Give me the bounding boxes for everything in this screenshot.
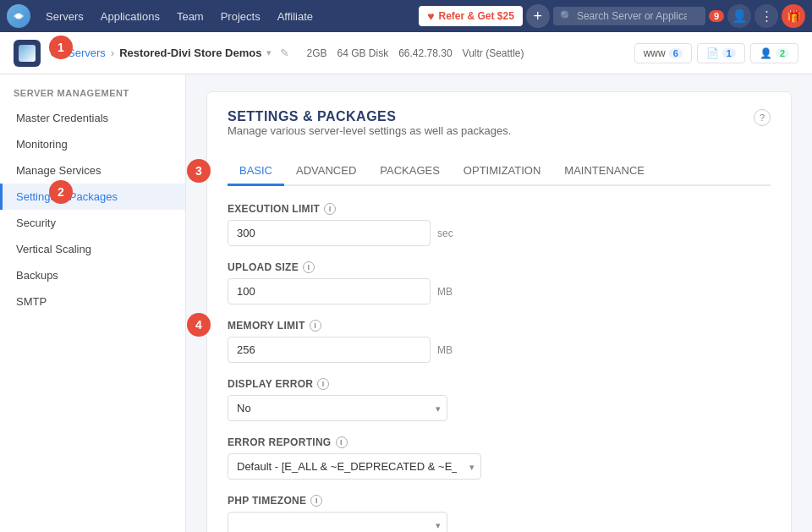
card-subtitle: Manage various server-level settings as …	[228, 124, 511, 137]
sidebar-section-title: Server Management	[0, 88, 185, 105]
memory-limit-label: MEMORY LIMIT i	[228, 320, 771, 332]
svg-point-0	[16, 14, 21, 19]
nav-projects[interactable]: Projects	[214, 10, 267, 23]
execution-limit-info-icon: i	[324, 203, 336, 215]
server-logo	[14, 40, 41, 67]
step-2-badge: 2	[49, 180, 73, 204]
php-timezone-row: PHP TIMEZONE i UTC America/New_York Amer…	[228, 495, 771, 532]
execution-limit-suffix: sec	[437, 228, 453, 239]
error-reporting-label: ERROR REPORTING i	[228, 436, 771, 448]
heart-icon: ♥	[427, 9, 434, 23]
step-4-badge: 4	[187, 313, 211, 337]
execution-limit-label: EXECUTION LIMIT i	[228, 203, 771, 215]
upload-size-suffix: MB	[437, 286, 453, 298]
memory-limit-info-icon: i	[310, 320, 321, 332]
user-avatar-button[interactable]: 👤	[727, 4, 751, 28]
notification-badge[interactable]: 9	[709, 10, 724, 22]
sidebar-item-manage-services[interactable]: Manage Services	[0, 157, 185, 184]
settings-tabs: BASIC ADVANCED PACKAGES OPTIMIZATION MAI…	[228, 157, 771, 186]
help-icon[interactable]: ?	[754, 109, 771, 126]
users-badge: 2	[776, 48, 789, 58]
sidebar-item-monitoring[interactable]: Monitoring	[0, 131, 185, 157]
app-logo[interactable]	[7, 4, 30, 28]
files-badge: 1	[722, 48, 736, 58]
www-badge: 6	[669, 48, 683, 58]
server-bar: Servers › Restored-Divi Store Demos ▾ ✎ …	[0, 32, 812, 74]
card-title: SETTINGS & PACKAGES	[228, 109, 511, 124]
content-area: SETTINGS & PACKAGES Manage various serve…	[186, 74, 812, 532]
search-box: 🔍	[553, 7, 705, 25]
refer-label: Refer & Get $25	[439, 10, 514, 22]
server-tab-files[interactable]: 📄 1	[697, 43, 745, 63]
display-error-select[interactable]: No Yes	[228, 395, 447, 421]
php-timezone-select-wrapper: UTC America/New_York America/Los_Angeles…	[228, 512, 447, 532]
upload-size-info-icon: i	[303, 261, 315, 273]
display-error-row: DISPLAY ERROR i No Yes ▾	[228, 378, 771, 421]
server-tab-users[interactable]: 👤 2	[750, 43, 798, 63]
sidebar-item-smtp[interactable]: SMTP	[0, 288, 185, 315]
error-reporting-select[interactable]: Default - [E_ALL & ~E_DEPRECATED & ~E_ST…	[228, 453, 481, 480]
upload-size-label: UPLOAD SIZE i	[228, 261, 771, 273]
server-ip: 66.42.78.30	[398, 47, 452, 59]
server-dropdown-arrow[interactable]: ▾	[266, 47, 272, 58]
memory-limit-suffix: MB	[437, 344, 453, 356]
php-timezone-info-icon: i	[310, 495, 322, 507]
error-reporting-select-wrapper: Default - [E_ALL & ~E_DEPRECATED & ~E_ST…	[228, 453, 481, 480]
nav-applications[interactable]: Applications	[94, 10, 167, 23]
sidebar-item-backups[interactable]: Backups	[0, 262, 185, 288]
display-error-info-icon: i	[317, 378, 329, 390]
server-disk: 64 GB Disk	[337, 47, 388, 59]
tab-optimization[interactable]: OPTIMIZATION	[452, 157, 552, 186]
nav-servers[interactable]: Servers	[39, 10, 91, 23]
settings-card: SETTINGS & PACKAGES Manage various serve…	[206, 91, 792, 532]
tab-maintenance[interactable]: MAINTENANCE	[552, 157, 656, 186]
nav-affiliate[interactable]: Affiliate	[271, 10, 320, 23]
sidebar-item-settings-packages[interactable]: Settings & Packages	[0, 184, 185, 210]
upload-size-input-group: MB	[228, 278, 771, 304]
refer-button[interactable]: ♥ Refer & Get $25	[419, 6, 523, 26]
execution-limit-row: EXECUTION LIMIT i sec	[228, 203, 771, 246]
step-1-badge: 1	[49, 36, 73, 59]
files-icon: 📄	[706, 47, 719, 59]
php-timezone-label: PHP TIMEZONE i	[228, 495, 771, 507]
sidebar-item-master-credentials[interactable]: Master Credentials	[0, 105, 185, 131]
main-layout: Server Management Master Credentials Mon…	[0, 74, 812, 532]
breadcrumb-servers[interactable]: Servers	[68, 47, 106, 59]
upload-size-input[interactable]	[228, 278, 431, 304]
users-icon: 👤	[760, 47, 772, 59]
more-options-button[interactable]: ⋮	[754, 4, 778, 28]
gift-button[interactable]: 🎁	[782, 4, 805, 28]
sidebar-item-security[interactable]: Security	[0, 210, 185, 236]
nav-team[interactable]: Team	[170, 10, 211, 23]
tab-advanced[interactable]: ADVANCED	[284, 157, 368, 186]
upload-size-row: UPLOAD SIZE i MB	[228, 261, 771, 304]
error-reporting-row: ERROR REPORTING i Default - [E_ALL & ~E_…	[228, 436, 771, 480]
search-input[interactable]	[577, 10, 687, 22]
display-error-select-wrapper: No Yes ▾	[228, 395, 447, 421]
server-tab-www[interactable]: www 6	[634, 43, 692, 63]
top-nav: Servers Applications Team Projects Affil…	[0, 0, 812, 32]
server-quick-tabs: www 6 📄 1 👤 2	[634, 43, 798, 63]
breadcrumb: Servers › Restored-Divi Store Demos ▾ ✎	[68, 47, 289, 59]
memory-limit-input-group: MB	[228, 337, 771, 363]
card-header: SETTINGS & PACKAGES Manage various serve…	[228, 109, 771, 151]
tab-packages[interactable]: PACKAGES	[368, 157, 452, 186]
step-3-badge: 3	[187, 159, 211, 183]
search-icon: 🔍	[560, 10, 573, 22]
breadcrumb-separator: ›	[111, 47, 114, 59]
server-edit-icon[interactable]: ✎	[280, 47, 289, 59]
display-error-label: DISPLAY ERROR i	[228, 378, 771, 390]
sidebar-item-vertical-scaling[interactable]: Vertical Scaling	[0, 236, 185, 262]
tab-basic[interactable]: BASIC	[228, 157, 284, 186]
add-button[interactable]: +	[526, 4, 550, 28]
execution-limit-input-group: sec	[228, 220, 771, 246]
www-label: www	[644, 47, 666, 59]
server-meta: 2GB 64 GB Disk 66.42.78.30 Vultr (Seattl…	[306, 47, 524, 59]
execution-limit-input[interactable]	[228, 220, 431, 246]
memory-limit-row: MEMORY LIMIT i MB	[228, 320, 771, 363]
server-region: Vultr (Seattle)	[463, 47, 524, 59]
error-reporting-info-icon: i	[336, 436, 348, 448]
sidebar: Server Management Master Credentials Mon…	[0, 74, 186, 532]
php-timezone-select[interactable]: UTC America/New_York America/Los_Angeles	[228, 512, 447, 532]
memory-limit-input[interactable]	[228, 337, 431, 363]
